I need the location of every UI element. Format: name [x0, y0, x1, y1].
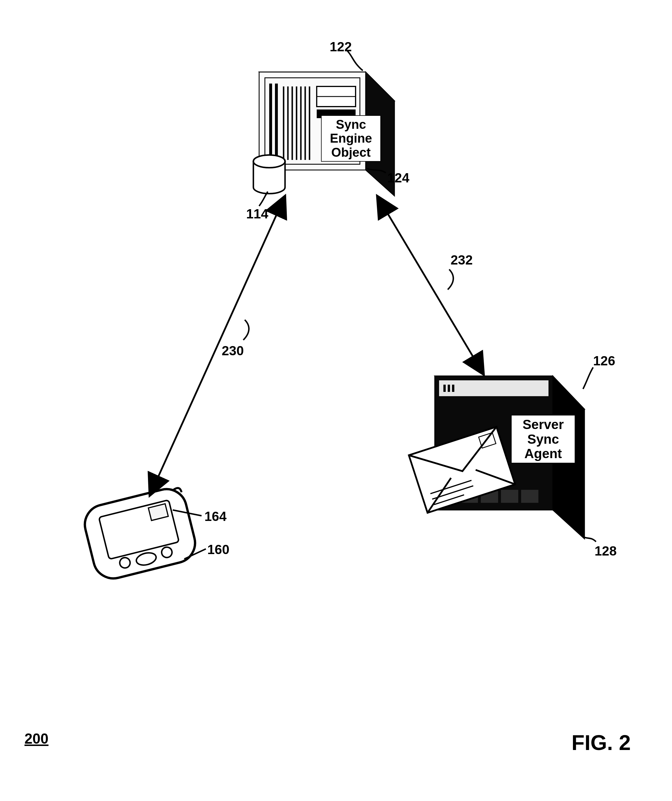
- svg-rect-18: [452, 384, 454, 392]
- svg-rect-17: [448, 384, 450, 392]
- server-sync-agent-label: Server Sync Agent: [511, 415, 575, 463]
- ref-126: 126: [593, 353, 615, 368]
- ref-124: 124: [387, 170, 409, 185]
- sync-engine-object-label: Sync Engine Object: [321, 115, 381, 162]
- handheld-device-icon: [80, 485, 199, 582]
- ref-230: 230: [222, 343, 244, 359]
- arrow-230: [150, 196, 285, 495]
- svg-point-14: [253, 155, 285, 168]
- leader-128: [584, 537, 596, 542]
- srv-line3: Agent: [524, 446, 562, 461]
- sync-line3: Object: [331, 145, 371, 159]
- ref-122: 122: [330, 39, 352, 55]
- leader-126: [583, 367, 593, 389]
- arrow-232: [377, 196, 484, 375]
- sync-line2: Engine: [330, 131, 372, 145]
- svg-rect-15: [439, 380, 549, 396]
- figure-caption: FIG. 2: [571, 730, 631, 755]
- database-cylinder-icon: [253, 155, 285, 194]
- ref-160: 160: [207, 542, 229, 557]
- ref-128: 128: [595, 543, 617, 559]
- svg-rect-23: [521, 490, 539, 503]
- leader-230: [243, 320, 249, 340]
- sync-line1: Sync: [336, 117, 366, 131]
- figure-number: 200: [24, 730, 48, 747]
- ref-114: 114: [246, 206, 268, 222]
- srv-line1: Server: [523, 417, 564, 432]
- srv-line2: Sync: [528, 432, 559, 447]
- leader-232: [448, 269, 453, 290]
- svg-rect-22: [501, 490, 518, 503]
- ref-164: 164: [204, 508, 226, 524]
- ref-232: 232: [451, 252, 473, 268]
- svg-rect-16: [443, 384, 446, 392]
